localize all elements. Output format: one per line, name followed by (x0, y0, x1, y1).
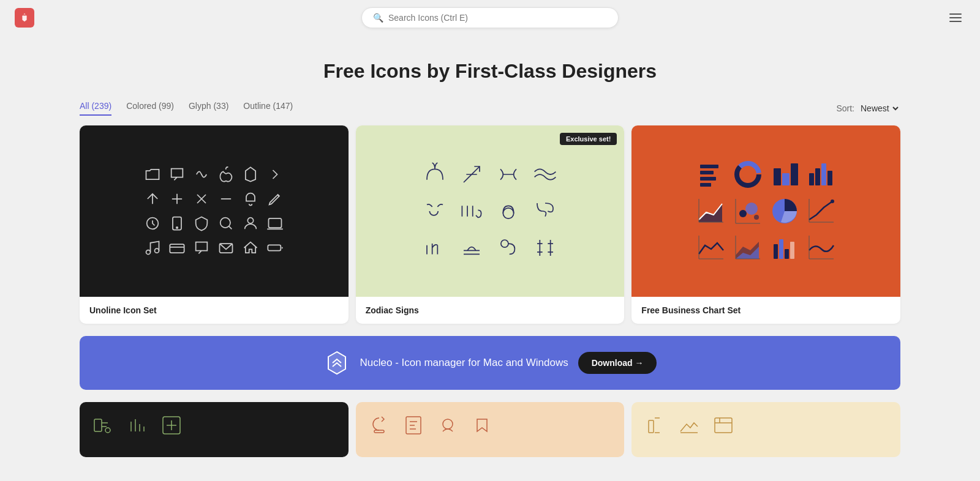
page-title: Free Icons by First-Class Designers (15, 60, 965, 83)
icon-x (193, 190, 210, 207)
icon-apple (217, 166, 235, 183)
zodiac-taurus (492, 195, 524, 227)
bottom-icons-dark (80, 402, 349, 449)
chart-mixed (769, 158, 801, 190)
icon-grid: Unoline Icon Set Exclusive set! (0, 125, 980, 324)
card-label-charts: Free Business Chart Set (631, 297, 900, 324)
bottom-icon-8 (644, 414, 666, 436)
exclusive-badge: Exclusive set! (560, 133, 617, 145)
bottom-icon-5 (402, 414, 424, 436)
svg-rect-14 (700, 165, 718, 168)
svg-point-5 (248, 218, 254, 223)
svg-rect-57 (715, 418, 732, 433)
card-preview-charts (631, 125, 900, 297)
svg-point-54 (443, 419, 453, 429)
svg-point-31 (745, 203, 758, 215)
menu-line (949, 21, 962, 22)
icon-chat2 (193, 239, 210, 256)
card-label-zodiac: Zodiac Signs (356, 297, 625, 324)
zodiac-pisces (492, 158, 524, 190)
card-unoline: Unoline Icon Set (80, 125, 349, 324)
svg-point-20 (742, 168, 754, 181)
logo[interactable] (15, 8, 34, 28)
search-input[interactable] (388, 13, 607, 23)
icon-card (168, 239, 186, 256)
card-label-unoline: Unoline Icon Set (80, 297, 349, 324)
svg-rect-6 (269, 218, 282, 228)
svg-rect-52 (374, 430, 384, 433)
svg-rect-21 (774, 168, 781, 185)
svg-rect-46 (790, 242, 794, 259)
sort-select[interactable]: Newest Oldest Popular (858, 103, 900, 114)
svg-point-30 (739, 210, 747, 217)
svg-rect-0 (23, 15, 26, 16)
icon-user (242, 215, 259, 232)
svg-point-3 (176, 227, 178, 228)
zodiac-scorpio (456, 195, 488, 227)
chart-grid (683, 146, 850, 276)
svg-point-50 (105, 428, 110, 433)
icon-plus (168, 190, 186, 207)
icon-arrow-right (242, 166, 259, 183)
svg-rect-17 (700, 183, 711, 187)
chart-line-up (805, 195, 837, 227)
page-title-section: Free Icons by First-Class Designers (0, 35, 980, 101)
bottom-icons-yellow (631, 402, 900, 449)
search-bar[interactable]: 🔍 (361, 7, 619, 28)
svg-point-13 (501, 240, 508, 247)
bottom-icon-4 (368, 414, 390, 436)
icon-bell (242, 190, 259, 207)
svg-rect-45 (785, 249, 789, 259)
bottom-icons-peach (356, 402, 625, 449)
icon-chat (168, 166, 186, 183)
card-zodiac: Exclusive set! (356, 125, 625, 324)
tabs-row: All (239) Colored (99) Glyph (33) Outlin… (0, 101, 980, 116)
svg-rect-22 (782, 173, 790, 185)
svg-rect-9 (170, 244, 184, 253)
svg-point-12 (503, 208, 513, 218)
svg-point-7 (146, 250, 151, 255)
icon-pencil (266, 190, 284, 207)
zodiac-capricorn (529, 195, 561, 227)
icon-folder (144, 166, 161, 183)
zodiac-sagittarius (456, 158, 488, 190)
menu-button[interactable] (946, 10, 965, 26)
icon-shield (193, 215, 210, 232)
bottom-icon-9 (678, 414, 700, 436)
icon-arrow-up (144, 190, 161, 207)
zodiac-libra (456, 232, 488, 264)
svg-point-8 (155, 248, 159, 253)
download-button[interactable]: Download → (578, 352, 657, 374)
icon-tablet (168, 215, 186, 232)
chart-line-wave2 (805, 232, 837, 264)
bottom-card-peach (356, 402, 625, 457)
tab-outline[interactable]: Outline (147) (243, 101, 293, 116)
sort-label: Sort: (836, 103, 854, 113)
card-preview-unoline (80, 125, 349, 297)
zodiac-cancer (419, 195, 451, 227)
svg-rect-15 (700, 171, 714, 174)
nucleo-logo-icon (323, 349, 350, 376)
icon-home (242, 239, 259, 256)
chart-bar-v (805, 158, 837, 190)
icon-search (217, 215, 235, 232)
search-icon: 🔍 (373, 13, 383, 23)
bottom-icon-7 (471, 414, 493, 436)
svg-rect-16 (700, 177, 716, 181)
bottom-icon-10 (712, 414, 734, 436)
svg-rect-11 (268, 245, 281, 250)
chart-donut (732, 158, 764, 190)
icon-wave (193, 166, 210, 183)
chart-area (695, 195, 727, 227)
menu-line (949, 17, 962, 18)
svg-rect-55 (649, 420, 654, 433)
menu-line (949, 13, 962, 15)
tab-all[interactable]: All (239) (80, 101, 111, 116)
card-preview-zodiac: Exclusive set! (356, 125, 625, 297)
icon-music (144, 239, 161, 256)
svg-point-36 (831, 199, 834, 203)
bottom-grid (0, 402, 980, 457)
svg-rect-44 (779, 239, 783, 259)
tab-glyph[interactable]: Glyph (33) (189, 101, 228, 116)
tab-colored[interactable]: Colored (99) (126, 101, 174, 116)
